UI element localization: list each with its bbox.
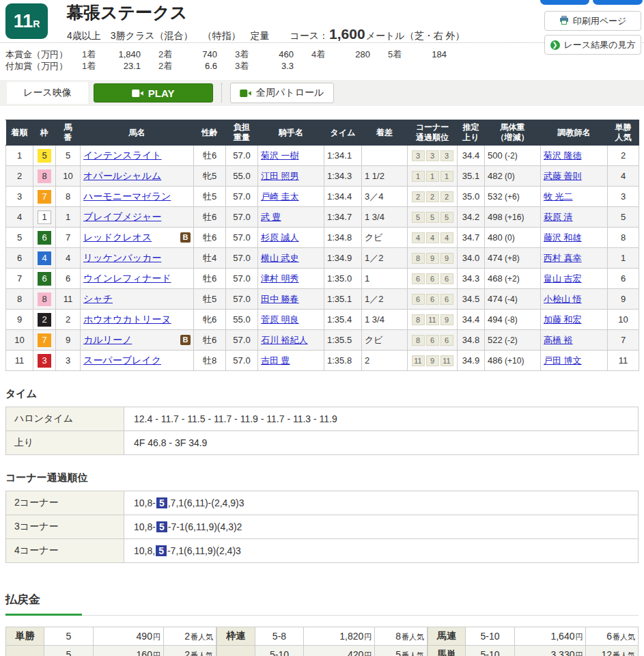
trainer-link[interactable]: 高橋 裕 [544, 335, 573, 345]
payout-popularity: 2番人気 [163, 646, 216, 656]
trainer-link[interactable]: 牧 光二 [544, 191, 573, 202]
corner-order-cell: 666 [408, 269, 458, 289]
horse-name-cell: カルリーノB [81, 330, 194, 351]
patrol-video-button[interactable]: 全周パトロール [230, 83, 334, 103]
trainer-cell: 高橋 裕 [541, 330, 608, 351]
horse-name-cell: オパールシャルム [81, 166, 194, 187]
payout-amount: 160円 [93, 646, 163, 656]
horse-name-link[interactable]: ハーモニーマゼラン [83, 191, 171, 203]
corner-position: 6 [426, 294, 439, 305]
corner-position: 8 [412, 253, 425, 264]
margin: 1／2 [362, 248, 408, 269]
corner-position: 5 [412, 212, 425, 223]
corner-position: 6 [440, 273, 453, 284]
corner-position: 9 [426, 355, 439, 366]
payout-popularity-value: 5 [395, 649, 401, 656]
payout-popularity-value: 12 [601, 649, 612, 656]
win-favorite-rank: 11 [608, 351, 639, 371]
corner-position: 4 [426, 232, 439, 243]
jockey-link[interactable]: 江田 照男 [261, 171, 299, 181]
corner-position: 1 [440, 171, 453, 182]
body-weight-cell: 482 (0) [485, 166, 541, 187]
margin: 1 1/2 [362, 166, 408, 187]
corner-row: 2コーナー10,8-5,7,1(6,11)-(2,4,9)3 [6, 491, 639, 515]
corner-row-value: 10,8,5-7,1(6,11,9)(2,4)3 [124, 539, 639, 563]
carried-weight: 57.0 [226, 207, 258, 228]
jockey-link[interactable]: 横山 武史 [261, 253, 299, 263]
trainer-link[interactable]: 畠山 吉宏 [544, 273, 582, 284]
horse-name-cell: ホウオウカトリーヌ [81, 310, 194, 330]
trainer-link[interactable]: 戸田 博文 [544, 355, 582, 366]
results-column-header: 騎手名 [258, 120, 324, 146]
finish-time: 1:34.4 [324, 187, 362, 207]
horse-name-link[interactable]: カルリーノ [83, 334, 132, 346]
jockey-link[interactable]: 菅原 明良 [261, 314, 299, 325]
horse-name-link[interactable]: ブレイブメジャー [83, 211, 161, 223]
trainer-link[interactable]: 萩原 清 [544, 212, 573, 222]
finish-time: 1:35.0 [324, 269, 362, 289]
body-weight-diff: (+16) [503, 213, 524, 222]
horse-number: 5 [56, 146, 81, 166]
jockey-link[interactable]: 戸崎 圭太 [261, 191, 299, 202]
carried-weight: 57.0 [226, 269, 258, 289]
jockey-cell: 杉原 誠人 [258, 228, 324, 248]
trainer-link[interactable]: 小桧山 悟 [544, 294, 582, 304]
win-favorite-rank: 7 [608, 330, 639, 351]
yen-suffix: 円 [364, 651, 372, 656]
bet-type-label: 枠連 [217, 627, 255, 646]
bet-type-label: 単勝 [6, 627, 44, 646]
sex-age: 牡5 [194, 187, 226, 207]
course-unit: メートル（芝・右 外） [366, 30, 465, 41]
trainer-cell: 加藤 和宏 [541, 310, 608, 330]
corner-position: 11 [412, 355, 425, 366]
jockey-link[interactable]: 武 豊 [261, 212, 281, 222]
corner-order-suffix: ,7,1(6,11)-(2,4,9)3 [168, 497, 244, 508]
play-button[interactable]: PLAY [94, 83, 213, 102]
trainer-link[interactable]: 加藤 和宏 [544, 314, 582, 325]
blinker-badge: B [180, 335, 191, 345]
trainer-link[interactable]: 西村 真幸 [544, 253, 582, 263]
horse-name-cell: シャチ [81, 289, 194, 310]
trainer-link[interactable]: 菊沢 隆徳 [544, 150, 582, 161]
horse-name-link[interactable]: オパールシャルム [83, 170, 161, 182]
horse-name-link[interactable]: ウインレフィナード [83, 273, 171, 285]
finish-time: 1:35.5 [324, 330, 362, 351]
patrol-button-label: 全周パトロール [256, 87, 324, 99]
jockey-link[interactable]: 吉田 豊 [261, 355, 290, 366]
corner-position: 2 [426, 191, 439, 202]
horse-name-link[interactable]: ホウオウカトリーヌ [83, 314, 171, 326]
horse-name-link[interactable]: インテンスライト [83, 150, 162, 162]
horse-name-link[interactable]: シャチ [83, 293, 113, 305]
finish-time: 1:35.4 [324, 310, 362, 330]
prize-value: 740 [182, 49, 217, 60]
win-favorite-rank: 3 [608, 187, 639, 207]
frame-cell: 1 [33, 207, 56, 228]
horse-name-cell: インテンスライト [81, 146, 194, 166]
jockey-link[interactable]: 津村 明秀 [261, 273, 299, 284]
jockey-link[interactable]: 杉原 誠人 [261, 232, 299, 243]
yen-suffix: 円 [364, 633, 372, 641]
payout-row: 馬単5-103,330円12番人気 [428, 646, 639, 656]
trainer-link[interactable]: 武藤 善則 [544, 171, 582, 181]
prize-value: 23.1 [105, 60, 141, 72]
corner-position: 8 [412, 314, 425, 325]
win-favorite-rank: 10 [608, 310, 639, 330]
frame-cell: 4 [33, 248, 56, 269]
horse-name-link[interactable]: スーパーブレイク [83, 355, 161, 367]
popularity-suffix: 番人気 [191, 633, 213, 641]
payout-popularity-value: 2 [184, 631, 190, 642]
time-row-value: 12.4 - 11.7 - 11.5 - 11.7 - 11.9 - 11.7 … [124, 407, 639, 431]
horse-number: 4 [56, 248, 81, 269]
jockey-link[interactable]: 田中 勝春 [261, 294, 299, 304]
body-weight: 500 [488, 150, 503, 161]
frame-cell: 8 [33, 289, 56, 310]
horse-name-link[interactable]: リッケンバッカー [83, 252, 161, 264]
corner-order-cell: 666 [408, 289, 458, 310]
jockey-link[interactable]: 石川 裕紀人 [261, 335, 308, 345]
jockey-link[interactable]: 菊沢 一樹 [261, 150, 299, 161]
frame-cell: 6 [33, 228, 56, 248]
horse-name-cell: リッケンバッカー [81, 248, 194, 269]
trainer-link[interactable]: 藤沢 和雄 [544, 232, 582, 243]
payout-group-2: 枠連5-81,820円8番人気ワイド5-10420円5番人気5-8400円4番人… [216, 627, 428, 656]
horse-name-link[interactable]: レッドクレオス [83, 232, 152, 244]
